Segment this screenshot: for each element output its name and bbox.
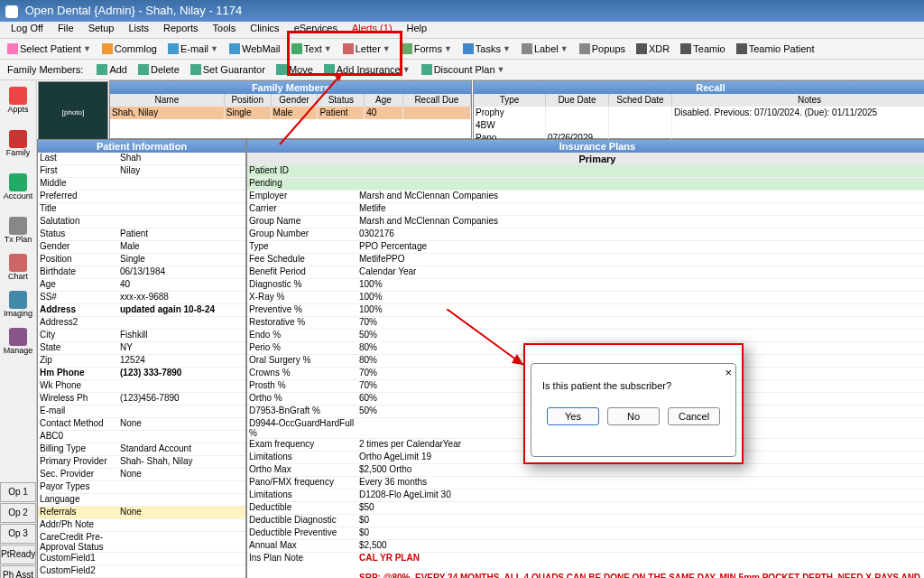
- pinfo-city[interactable]: CityFishkill: [38, 330, 245, 342]
- tb2-add[interactable]: Add: [91, 61, 133, 79]
- pinfo-customfield2[interactable]: CustomField2: [38, 565, 245, 578]
- pinfo-abc0[interactable]: ABC0: [38, 431, 245, 443]
- tb-teamio-patient[interactable]: Teamio Patient: [731, 40, 820, 58]
- ins-group-name[interactable]: Group NameMarsh and McClennan Companies: [247, 216, 924, 228]
- tb-e-mail[interactable]: E-mail▼: [162, 40, 224, 58]
- tb-letter[interactable]: Letter▼: [337, 40, 396, 58]
- op-op-3[interactable]: Op 3: [0, 524, 36, 544]
- ins-fee-schedule[interactable]: Fee ScheduleMetlifePPO: [247, 254, 924, 266]
- tb2-delete[interactable]: Delete: [133, 61, 185, 79]
- pinfo-preferred[interactable]: Preferred: [38, 191, 245, 203]
- op-op-1[interactable]: Op 1: [0, 482, 36, 502]
- nav-account[interactable]: Account: [1, 169, 35, 205]
- menu-eservices[interactable]: eServices: [287, 22, 345, 34]
- pinfo-wireless-ph[interactable]: Wireless Ph(123)456-7890: [38, 393, 245, 406]
- tb-popups[interactable]: Popups: [574, 40, 631, 58]
- tb-text[interactable]: Text▼: [286, 40, 337, 58]
- tb-commlog[interactable]: Commlog: [97, 40, 162, 58]
- op-ptready[interactable]: PtReady: [0, 545, 36, 564]
- ins-pending[interactable]: Pending: [247, 178, 924, 191]
- ins-restorative-[interactable]: Restorative %70%: [247, 317, 924, 330]
- pinfo-gender[interactable]: GenderMale: [38, 241, 245, 254]
- ins-deductible-preventive[interactable]: Deductible Preventive$0: [247, 527, 924, 540]
- pinfo-salutation[interactable]: Salutation: [38, 216, 245, 228]
- menu-setup[interactable]: Setup: [81, 22, 122, 34]
- pinfo-birthdate[interactable]: Birthdate06/13/1984: [38, 266, 245, 279]
- menu-reports[interactable]: Reports: [156, 22, 206, 34]
- tb2-discount-plan[interactable]: Discount Plan▼: [416, 61, 511, 79]
- ins-patient-id[interactable]: Patient ID: [247, 165, 924, 178]
- menu-file[interactable]: File: [51, 22, 81, 34]
- ins-limitations[interactable]: LimitationsD1208-Flo AgeLimit 30: [247, 489, 924, 502]
- no-button[interactable]: No: [607, 407, 660, 425]
- ins-diagnostic-[interactable]: Diagnostic %100%: [247, 279, 924, 292]
- tb-xdr[interactable]: XDR: [631, 40, 675, 58]
- nav-chart[interactable]: Chart: [1, 249, 35, 285]
- pinfo-middle[interactable]: Middle: [38, 178, 245, 191]
- menu-lists[interactable]: Lists: [121, 22, 156, 34]
- tb-forms[interactable]: Forms▼: [396, 40, 457, 58]
- recall-row[interactable]: ProphyDisabled. Previous: 07/10/2024. (D…: [474, 107, 924, 119]
- ins-ortho-max[interactable]: Ortho Max$2,500 Ortho: [247, 464, 924, 477]
- menu-tools[interactable]: Tools: [206, 22, 244, 34]
- pinfo-carecredit-pre-approval-status[interactable]: CareCredit Pre-Approval Status: [38, 532, 245, 553]
- menu-help[interactable]: Help: [400, 22, 435, 34]
- tb-label[interactable]: Label▼: [516, 40, 574, 58]
- close-icon[interactable]: ×: [725, 366, 732, 379]
- pinfo-zip[interactable]: Zip12524: [38, 355, 245, 368]
- family-members-grid[interactable]: Family Members NamePositionGenderStatusA…: [109, 80, 472, 139]
- pinfo-age[interactable]: Age40: [38, 279, 245, 292]
- tb-select-patient[interactable]: Select Patient▼: [2, 40, 97, 58]
- pinfo-status[interactable]: StatusPatient: [38, 228, 245, 241]
- nav-manage[interactable]: Manage: [1, 323, 35, 359]
- pinfo-primary-provider[interactable]: Primary ProviderShah- Shah, Nilay: [38, 456, 245, 469]
- pinfo-address2[interactable]: Address2: [38, 317, 245, 330]
- tb2-set-guarantor[interactable]: Set Guarantor: [185, 61, 271, 79]
- op-op-2[interactable]: Op 2: [0, 503, 36, 523]
- ins-x-ray-[interactable]: X-Ray %100%: [247, 292, 924, 304]
- pinfo-title[interactable]: Title: [38, 203, 245, 216]
- pinfo-payor-types[interactable]: Payor Types: [38, 481, 245, 494]
- tb-teamio[interactable]: Teamio: [675, 40, 730, 58]
- ins-plan-note[interactable]: Ins Plan NoteCAL YR PLAN SRP: @80%. EVER…: [247, 553, 924, 578]
- ins-endo-[interactable]: Endo %50%: [247, 330, 924, 342]
- pinfo-last[interactable]: LastShah: [38, 153, 245, 165]
- ins-annual-max[interactable]: Annual Max$2,500: [247, 540, 924, 553]
- pinfo-wk-phone[interactable]: Wk Phone: [38, 380, 245, 393]
- ins-deductible-diagnostic[interactable]: Deductible Diagnostic$0: [247, 515, 924, 527]
- ins-type[interactable]: TypePPO Percentage: [247, 241, 924, 254]
- patient-info-panel[interactable]: Patient Information LastShahFirstNilayMi…: [37, 139, 246, 578]
- menu-clinics[interactable]: Clinics: [243, 22, 286, 34]
- tb-tasks[interactable]: Tasks▼: [457, 40, 516, 58]
- nav-imaging[interactable]: Imaging: [1, 286, 35, 322]
- ins-employer[interactable]: EmployerMarsh and McClennan Companies: [247, 191, 924, 203]
- ins-group-number[interactable]: Group Number0302176: [247, 228, 924, 241]
- pinfo-addr-ph-note[interactable]: Addr/Ph Note: [38, 519, 245, 532]
- tb-webmail[interactable]: WebMail: [224, 40, 286, 58]
- cancel-button[interactable]: Cancel: [668, 407, 720, 425]
- recall-grid[interactable]: Recall TypeDue DateSched DateNotes Proph…: [473, 80, 924, 139]
- patient-photo[interactable]: [photo]: [38, 81, 108, 144]
- pinfo-first[interactable]: FirstNilay: [38, 165, 245, 178]
- recall-row[interactable]: 4BW: [474, 119, 924, 132]
- pinfo-customfield1[interactable]: CustomField1: [38, 553, 245, 565]
- pinfo-state[interactable]: StateNY: [38, 342, 245, 355]
- ins-deductible[interactable]: Deductible$50: [247, 502, 924, 515]
- pinfo-ss-[interactable]: SS#xxx-xx-9688: [38, 292, 245, 304]
- ins-carrier[interactable]: CarrierMetlife: [247, 203, 924, 216]
- pinfo-billing-type[interactable]: Billing TypeStandard Account: [38, 443, 245, 456]
- nav-appts[interactable]: Appts: [1, 82, 35, 118]
- menu-alerts-1-[interactable]: Alerts (1): [345, 22, 400, 34]
- family-row-selected[interactable]: Shah, NilaySingleMalePatient40: [110, 107, 471, 119]
- pinfo-position[interactable]: PositionSingle: [38, 254, 245, 266]
- ins-pano-fmx-frequency[interactable]: Pano/FMX frequencyEvery 36 months: [247, 477, 924, 489]
- ins-preventive-[interactable]: Preventive %100%: [247, 304, 924, 317]
- pinfo-sec-provider[interactable]: Sec. ProviderNone: [38, 469, 245, 481]
- nav-family[interactable]: Family: [1, 126, 35, 162]
- menu-log-off[interactable]: Log Off: [4, 22, 51, 34]
- tb2-move[interactable]: Move: [271, 61, 319, 79]
- pinfo-address[interactable]: Addressupdated again 10-8-24: [38, 304, 245, 317]
- pinfo-hm-phone[interactable]: Hm Phone(123) 333-7890: [38, 368, 245, 380]
- pinfo-contact-method[interactable]: Contact MethodNone: [38, 418, 245, 431]
- pinfo-language[interactable]: Language: [38, 494, 245, 507]
